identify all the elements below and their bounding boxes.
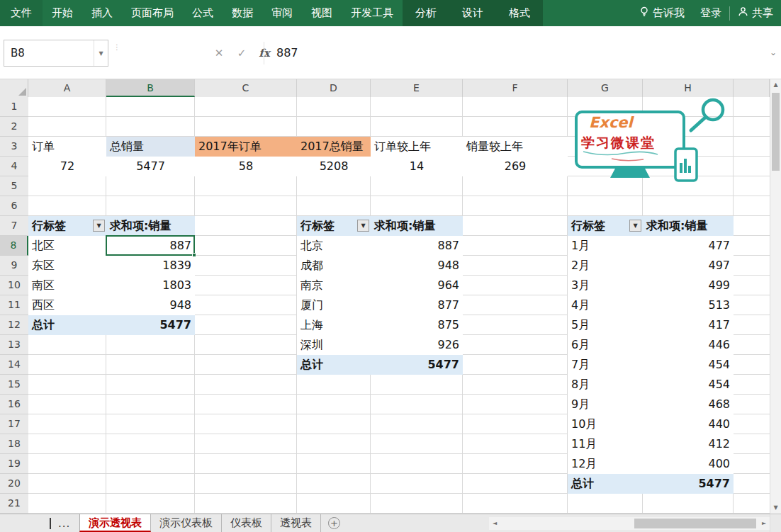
cell-B7[interactable]: 求和项:销量	[106, 216, 195, 236]
row-header-10[interactable]: 10	[0, 276, 28, 295]
cell-A8[interactable]: 北区	[28, 236, 106, 256]
ribbon-tab-1[interactable]: 开始	[43, 0, 82, 26]
cell-E9[interactable]: 948	[371, 256, 463, 276]
scroll-up-icon[interactable]: ▲	[770, 79, 781, 91]
cell-F3[interactable]: 销量较上年	[463, 137, 568, 157]
cell-E10[interactable]: 964	[371, 276, 463, 295]
tab-overflow-indicator[interactable]: ...	[58, 517, 70, 530]
col-header-E[interactable]: E	[371, 79, 463, 97]
cell-H10[interactable]: 499	[643, 276, 734, 295]
ribbon-tab-10[interactable]: 设计	[449, 0, 496, 26]
cancel-icon[interactable]: ✕	[213, 47, 225, 60]
vertical-scrollbar[interactable]: ▲ ▼	[770, 79, 781, 514]
cell-D3[interactable]: 2017总销量	[297, 137, 371, 157]
ribbon-tab-9[interactable]: 分析	[403, 0, 449, 26]
cell-A9[interactable]: 东区	[28, 256, 106, 276]
cell-G12[interactable]: 5月	[568, 315, 643, 335]
cell-H18[interactable]: 412	[643, 434, 734, 454]
cell-G11[interactable]: 4月	[568, 295, 643, 315]
row-header-12[interactable]: 12	[0, 315, 28, 335]
cell-G19[interactable]: 12月	[568, 454, 643, 474]
cell-G8[interactable]: 1月	[568, 236, 643, 256]
cell-G9[interactable]: 2月	[568, 256, 643, 276]
scroll-left-icon[interactable]: ◄	[489, 517, 500, 530]
horizontal-scrollbar[interactable]: ◄ ►	[489, 517, 770, 530]
cell-G7[interactable]: 行标签▼	[568, 216, 643, 236]
cell-G14[interactable]: 7月	[568, 355, 643, 375]
ribbon-tab-8[interactable]: 开发工具	[342, 0, 403, 26]
cell-E7[interactable]: 求和项:销量	[371, 216, 463, 236]
ribbon-tab-11[interactable]: 格式	[496, 0, 543, 26]
filter-dropdown-button[interactable]: ▼	[357, 220, 369, 232]
ribbon-tab-5[interactable]: 数据	[223, 0, 262, 26]
col-header-D[interactable]: D	[297, 79, 371, 97]
insert-function-icon[interactable]: fx	[258, 47, 271, 60]
row-header-14[interactable]: 14	[0, 355, 28, 375]
cell-D10[interactable]: 南京	[297, 276, 371, 295]
cell-A10[interactable]: 南区	[28, 276, 106, 295]
cell-B10[interactable]: 1803	[106, 276, 195, 295]
add-sheet-button[interactable]: +	[328, 517, 340, 529]
cell-H14[interactable]: 454	[643, 355, 734, 375]
cell-C4[interactable]: 58	[195, 157, 297, 176]
sheet-tab-2[interactable]: 仪表板	[222, 514, 271, 532]
cell-D12[interactable]: 上海	[297, 315, 371, 335]
row-header-19[interactable]: 19	[0, 454, 28, 474]
col-header-B[interactable]: B	[106, 79, 195, 97]
row-header-4[interactable]: 4	[0, 157, 28, 176]
cell-E4[interactable]: 14	[371, 157, 463, 176]
select-all-corner[interactable]	[0, 79, 28, 97]
row-header-18[interactable]: 18	[0, 434, 28, 454]
row-header-9[interactable]: 9	[0, 256, 28, 276]
col-header-partial[interactable]	[734, 79, 770, 97]
row-header-7[interactable]: 7	[0, 216, 28, 236]
row-header-8[interactable]: 8	[0, 236, 28, 256]
sheet-tab-0[interactable]: 演示透视表	[79, 514, 151, 532]
row-header-17[interactable]: 17	[0, 414, 28, 434]
cell-G17[interactable]: 10月	[568, 414, 643, 434]
cell-A12[interactable]: 总计	[28, 315, 106, 335]
sheet-tab-navigation[interactable]: ...	[50, 514, 70, 532]
row-header-1[interactable]: 1	[0, 97, 28, 117]
cell-E11[interactable]: 877	[371, 295, 463, 315]
cell-A3[interactable]: 订单	[28, 137, 106, 157]
cell-B11[interactable]: 948	[106, 295, 195, 315]
cell-H9[interactable]: 497	[643, 256, 734, 276]
row-header-20[interactable]: 20	[0, 474, 28, 494]
cell-E13[interactable]: 926	[371, 335, 463, 355]
ribbon-tab-6[interactable]: 审阅	[262, 0, 302, 26]
cell-H17[interactable]: 440	[643, 414, 734, 434]
ribbon-tab-4[interactable]: 公式	[183, 0, 223, 26]
sheet-tab-1[interactable]: 演示仪表板	[151, 514, 222, 532]
scroll-down-icon[interactable]: ▼	[770, 502, 781, 514]
col-header-H[interactable]: H	[643, 79, 734, 97]
cell-H12[interactable]: 417	[643, 315, 734, 335]
cell-D7[interactable]: 行标签▼	[297, 216, 371, 236]
cell-E8[interactable]: 887	[371, 236, 463, 256]
formula-bar-resize-handle[interactable]: ⋮	[113, 45, 116, 61]
cell-H20[interactable]: 5477	[643, 474, 734, 494]
cell-E3[interactable]: 订单较上年	[371, 137, 463, 157]
col-header-A[interactable]: A	[28, 79, 106, 97]
cell-G20[interactable]: 总计	[568, 474, 643, 494]
cell-H8[interactable]: 477	[643, 236, 734, 256]
formula-bar-expand-icon[interactable]: ⌄	[770, 47, 777, 57]
horizontal-scrollbar-thumb[interactable]	[634, 519, 756, 528]
sign-in-button[interactable]: 登录	[692, 0, 729, 26]
row-header-16[interactable]: 16	[0, 395, 28, 414]
cell-E14[interactable]: 5477	[371, 355, 463, 375]
filter-dropdown-button[interactable]: ▼	[629, 220, 641, 232]
cell-D11[interactable]: 厦门	[297, 295, 371, 315]
formula-input[interactable]: 887	[276, 40, 298, 67]
cell-G15[interactable]: 8月	[568, 375, 643, 395]
tell-me-button[interactable]: 告诉我	[631, 0, 692, 26]
col-header-F[interactable]: F	[463, 79, 568, 97]
ribbon-tab-3[interactable]: 页面布局	[122, 0, 183, 26]
ribbon-tab-2[interactable]: 插入	[82, 0, 122, 26]
cell-G10[interactable]: 3月	[568, 276, 643, 295]
cell-H7[interactable]: 求和项:销量	[643, 216, 734, 236]
row-header-13[interactable]: 13	[0, 335, 28, 355]
cell-B3[interactable]: 总销量	[106, 137, 195, 157]
cell-B4[interactable]: 5477	[106, 157, 195, 176]
name-box-dropdown-icon[interactable]: ▼	[94, 40, 108, 66]
